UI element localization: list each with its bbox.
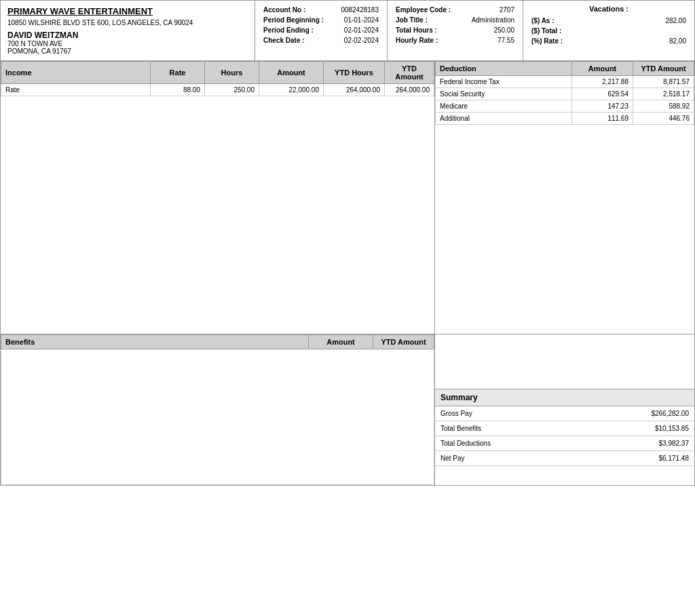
net-pay-row: Net Pay $6,171.48 <box>435 451 694 466</box>
total-benefits-row: Total Benefits $10,153.85 <box>435 421 694 436</box>
employee-code-label: Employee Code : <box>394 5 462 15</box>
job-title-value: Administration <box>462 15 516 25</box>
income-table-body: Rate 88.00 250.00 22,000.00 264,000.00 2… <box>1 84 434 96</box>
deduction-row-label: Additional <box>436 113 572 125</box>
ytd-amount-col-header: YTD Amount <box>385 62 434 84</box>
gross-pay-value: $266,282.00 <box>651 410 689 417</box>
period-beginning-value: 01-01-2024 <box>334 15 380 25</box>
vacations-title: Vacations : <box>530 5 688 13</box>
income-header-row: Income Rate Hours Amount YTD Hours YTD A… <box>1 62 434 84</box>
total-deductions-value: $3,982.37 <box>659 440 690 447</box>
income-table: Income Rate Hours Amount YTD Hours YTD A… <box>1 61 434 96</box>
ytd-hours-col-header: YTD Hours <box>324 62 385 84</box>
account-no-value: 0082428183 <box>334 5 380 15</box>
benefits-section: Benefits Amount YTD Amount <box>1 334 435 485</box>
account-info: Account No : 0082428183 Period Beginning… <box>255 1 388 60</box>
total-deductions-label: Total Deductions <box>440 440 491 447</box>
gross-pay-label: Gross Pay <box>440 410 472 417</box>
deduction-row-ytd: 446.76 <box>633 113 694 125</box>
deduction-row: Social Security 629.54 2,518.17 <box>436 88 694 100</box>
deduction-row: Federal Income Tax 2,217.88 8,871.57 <box>436 76 694 88</box>
deduction-row-label: Federal Income Tax <box>436 76 572 88</box>
paystub-container: PRIMARY WAVE ENTERTAINMENT 10850 WILSHIR… <box>0 0 695 486</box>
check-date-label: Check Date : <box>262 35 334 45</box>
vac-as-label: ($) As : <box>530 16 623 26</box>
vac-rate-value: 82.00 <box>623 36 688 46</box>
vac-total-value <box>623 26 688 36</box>
income-deduction-section: Income Rate Hours Amount YTD Hours YTD A… <box>0 61 695 334</box>
net-pay-value: $6,171.48 <box>659 455 690 462</box>
employee-address-1: 700 N TOWN AVE <box>7 40 248 47</box>
period-beginning-label: Period Beginning : <box>262 15 334 25</box>
amount-col-header: Amount <box>259 62 324 84</box>
deduction-amount-col-header: Amount <box>572 62 633 76</box>
summary-block: Summary Gross Pay $266,282.00 Total Bene… <box>435 389 694 466</box>
deduction-row-ytd: 8,871.57 <box>633 76 694 88</box>
summary-section: Summary Gross Pay $266,282.00 Total Bene… <box>435 334 694 485</box>
deduction-row-ytd: 588.92 <box>633 100 694 113</box>
benefits-summary-section: Benefits Amount YTD Amount Summary <box>0 334 695 486</box>
total-deductions-row: Total Deductions $3,982.37 <box>435 436 694 451</box>
job-title-label: Job Title : <box>394 15 462 25</box>
company-info: PRIMARY WAVE ENTERTAINMENT 10850 WILSHIR… <box>1 1 255 60</box>
benefits-ytd-col-header: YTD Amount <box>373 335 434 349</box>
summary-title: Summary <box>435 389 694 406</box>
deduction-row-amount: 629.54 <box>572 88 633 100</box>
employee-code-value: 2707 <box>462 5 516 15</box>
income-row-rate: 88.00 <box>151 84 205 96</box>
income-row-amount: 22,000.00 <box>259 84 324 96</box>
deduction-row: Additional 111.69 446.76 <box>436 113 694 125</box>
period-ending-label: Period Ending : <box>262 25 334 35</box>
hourly-rate-row: Hourly Rate : 77.55 <box>394 35 516 45</box>
vac-total-row: ($) Total : <box>530 26 688 36</box>
deduction-table-body: Federal Income Tax 2,217.88 8,871.57 Soc… <box>436 76 694 125</box>
income-row-ytd-amount: 264,000.00 <box>385 84 434 96</box>
vac-total-label: ($) Total : <box>530 26 623 36</box>
company-name: PRIMARY WAVE ENTERTAINMENT <box>7 6 248 16</box>
employee-address-2: POMONA, CA 91767 <box>7 47 248 55</box>
deduction-col-header: Deduction <box>436 62 572 76</box>
benefits-col-header: Benefits <box>1 335 309 349</box>
employee-info: Employee Code : 2707 Job Title : Adminis… <box>388 1 523 60</box>
summary-empty-top <box>435 334 694 389</box>
company-address: 10850 WILSHIRE BLVD STE 600, LOS ANGELES… <box>7 19 248 26</box>
period-ending-value: 02-01-2024 <box>334 25 380 35</box>
benefits-empty-row <box>1 349 434 485</box>
deduction-header-row: Deduction Amount YTD Amount <box>436 62 694 76</box>
vacations-section: Vacations : ($) As : 282.00 ($) Total : … <box>523 1 694 60</box>
deduction-section: Deduction Amount YTD Amount Federal Inco… <box>435 61 694 334</box>
deduction-row-amount: 147.23 <box>572 100 633 113</box>
employee-name: DAVID WEITZMAN <box>7 31 248 40</box>
vac-rate-row: (%) Rate : 82.00 <box>530 36 688 46</box>
deduction-table: Deduction Amount YTD Amount Federal Inco… <box>435 61 694 125</box>
hourly-rate-label: Hourly Rate : <box>394 35 462 45</box>
vac-rate-label: (%) Rate : <box>530 36 623 46</box>
check-date-value: 02-02-2024 <box>334 35 380 45</box>
benefits-table: Benefits Amount YTD Amount <box>1 334 434 485</box>
deduction-row: Medicare 147.23 588.92 <box>436 100 694 113</box>
income-row: Rate 88.00 250.00 22,000.00 264,000.00 2… <box>1 84 434 96</box>
vac-as-value: 282.00 <box>623 16 688 26</box>
job-title-row: Job Title : Administration <box>394 15 516 25</box>
deduction-row-amount: 111.69 <box>572 113 633 125</box>
hourly-rate-value: 77.55 <box>462 35 516 45</box>
period-beginning-row: Period Beginning : 01-01-2024 <box>262 15 380 25</box>
total-hours-row: Total Hours : 250.00 <box>394 25 516 35</box>
deduction-row-label: Social Security <box>436 88 572 100</box>
income-row-hours: 250.00 <box>205 84 259 96</box>
income-row-ytd-hours: 264,000.00 <box>324 84 385 96</box>
income-row-label: Rate <box>1 84 151 96</box>
total-hours-label: Total Hours : <box>394 25 462 35</box>
benefits-table-body <box>1 349 434 485</box>
benefits-amount-col-header: Amount <box>309 335 373 349</box>
gross-pay-row: Gross Pay $266,282.00 <box>435 406 694 421</box>
deduction-row-amount: 2,217.88 <box>572 76 633 88</box>
total-benefits-value: $10,153.85 <box>655 425 689 432</box>
deduction-empty-space <box>435 125 694 288</box>
check-date-row: Check Date : 02-02-2024 <box>262 35 380 45</box>
income-col-header: Income <box>1 62 151 84</box>
vac-as-row: ($) As : 282.00 <box>530 16 688 26</box>
account-no-row: Account No : 0082428183 <box>262 5 380 15</box>
period-ending-row: Period Ending : 02-01-2024 <box>262 25 380 35</box>
income-section: Income Rate Hours Amount YTD Hours YTD A… <box>1 61 435 334</box>
